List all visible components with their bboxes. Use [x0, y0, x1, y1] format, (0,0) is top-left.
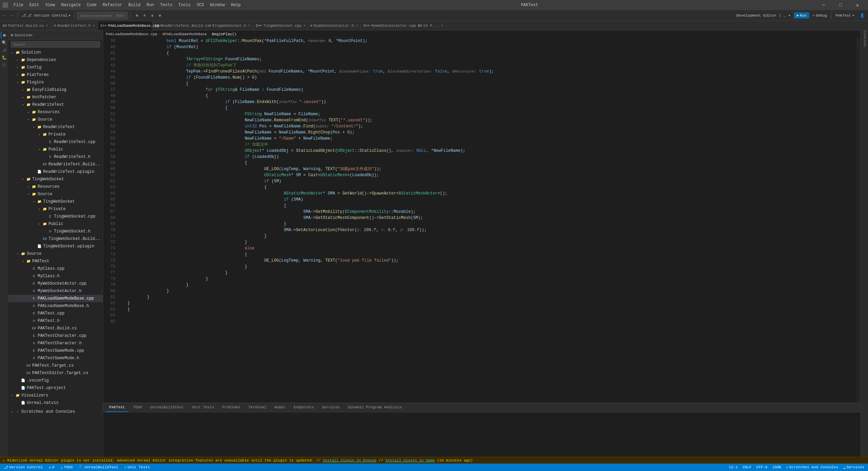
tree-item-mywebsocketactor-cpp[interactable]: C MyWebSocketActor.cpp — [8, 280, 103, 287]
tree-item-tingwebsocket[interactable]: 📁 TingWebSocket — [8, 176, 103, 183]
tree-item-unreal-natvis[interactable]: 📄 Unreal.natvis — [8, 399, 103, 407]
tab-PAKTest-Build-cs[interactable]: C# PAKTest.Build.cs × — [0, 21, 51, 30]
tree-item-readwritetext-cpp[interactable]: C ReadWriteText.cpp — [8, 138, 103, 146]
install-engine-link[interactable]: Install plugin in Engine — [323, 458, 376, 463]
config-icon-3[interactable]: ⇅ — [149, 13, 156, 18]
maximize-button[interactable]: □ — [833, 0, 848, 10]
tree-item-paktest-h[interactable]: H PAKTest.h — [8, 317, 103, 325]
menu-tools[interactable]: Tools — [176, 2, 193, 8]
bottom-tab-todo[interactable]: TODO — [130, 403, 145, 412]
tree-item-public1[interactable]: 📁 Public — [8, 146, 103, 153]
tab-close-button[interactable]: × — [356, 24, 358, 28]
menu-refactor[interactable]: Refactor — [100, 2, 125, 8]
tab-close-button[interactable]: × — [441, 24, 443, 28]
tree-item-paktest-uproject[interactable]: 📄 PAKTest.uproject — [8, 384, 103, 392]
breadcrumb-file[interactable]: PAKLoadGameModeBase.cpp — [106, 32, 157, 36]
version-control-button[interactable]: ⎇ ⎇ Version Control ▾ — [20, 13, 73, 18]
bottom-tab-unit-tests[interactable]: Unit Tests — [189, 403, 218, 412]
tree-item-resources2[interactable]: 📁 Resources — [8, 183, 103, 190]
tree-item-private2[interactable]: 📁 Private — [8, 205, 103, 213]
tab-MyWebSocketActor-h[interactable]: H MyWebSocketActor.h × — [308, 21, 361, 30]
tab-MyWebSocketActor-cpp[interactable]: C++ MyWebSocketActor.cpp × — [361, 21, 415, 30]
tree-item-tingwebsocket-h[interactable]: H TingWebSocket.h — [8, 228, 103, 235]
tree-item-paktestgamemode-cpp[interactable]: C PAKTestGameMode.cpp — [8, 347, 103, 354]
tree-item-paktestcharacter-cpp[interactable]: C PAKTestCharacter.cpp — [8, 332, 103, 340]
status-scratches[interactable]: ⚡ Scratches and Consoles — [785, 465, 840, 470]
run-button[interactable]: ▶ Run — [794, 12, 809, 19]
menu-file[interactable]: File — [11, 2, 26, 8]
status-services[interactable]: ☁ Services — [842, 465, 865, 470]
status-unit-tests[interactable]: ✓ Unit Tests — [123, 465, 151, 470]
tree-item-readwritetext2[interactable]: 📁 ReadWriteText — [8, 123, 103, 131]
code-editor[interactable]: bool MountRet = UFIIPakHelper::MountPak(… — [125, 38, 856, 403]
tree-item-config[interactable]: 📁 Config — [8, 64, 103, 71]
tree-item-solution[interactable]: 📁 Solution — [8, 49, 103, 56]
tree-item-readwritetext-uplugin[interactable]: 📄 ReadWriteText.uplugin — [8, 168, 103, 176]
config-icon-4[interactable]: ⚙ — [157, 13, 163, 18]
close-button[interactable]: ✕ — [850, 0, 865, 10]
tree-item-paktestcharacter-h[interactable]: H PAKTestCharacter.h — [8, 340, 103, 347]
tree-item-visualizers[interactable]: 📁 Visualizers — [8, 392, 103, 399]
git-icon[interactable]: ⎇ — [1, 47, 7, 54]
menu-window[interactable]: Window — [208, 2, 228, 8]
tree-item-private1[interactable]: 📁 Private — [8, 131, 103, 138]
status-encoding[interactable]: UTF-8 — [755, 465, 768, 470]
tab-PAKLoadGameModeBase-cpp[interactable]: C++ PAKLoadGameModeBase.cpp × — [98, 21, 152, 30]
status-crlf[interactable]: CRLF — [742, 465, 752, 470]
tree-item-paktest-build-cs[interactable]: C# PAKTest.Build.cs — [8, 325, 103, 332]
user-button[interactable]: 👤 — [858, 13, 867, 18]
status-version-control[interactable]: ⎇ Version Control — [3, 465, 44, 470]
profile-selector[interactable]: Development Editor | Wi... ▾ — [734, 13, 793, 18]
back-button[interactable]: ← — [1, 13, 8, 18]
tree-item-source-root[interactable]: 📁 Source — [8, 250, 103, 258]
install-game-link[interactable]: Install plugin in Game — [386, 458, 435, 463]
tree-item-paktest-target-cs[interactable]: C# PAKTest.Target.cs — [8, 362, 103, 369]
tree-item-paktested-target-cs[interactable]: C# PAKTestEditor.Target.cs — [8, 369, 103, 377]
extensions-icon[interactable]: ⬡ — [1, 62, 7, 68]
tree-item-scratches[interactable]: ⚡ Scratches and Consoles — [8, 408, 103, 415]
tree-item-platforms[interactable]: 📁 Platforms — [8, 71, 103, 79]
status-errors[interactable]: ✕ 0 — [48, 465, 55, 470]
tab-close-button[interactable]: × — [303, 24, 305, 28]
minimize-button[interactable]: ─ — [816, 0, 831, 10]
tree-item-source2[interactable]: 📁 Source — [8, 190, 103, 198]
search-icon[interactable]: 🔍 — [1, 39, 7, 46]
tree-item-dependencies[interactable]: 📁 Dependencies — [8, 56, 103, 64]
breadcrumb-method[interactable]: BeginPlay() — [212, 32, 237, 36]
menu-run[interactable]: Run — [144, 2, 157, 8]
menu-help[interactable]: Help — [228, 2, 243, 8]
menu-build[interactable]: Build — [125, 2, 143, 8]
status-line-col[interactable]: 12:1 — [728, 465, 738, 470]
breadcrumb-class[interactable]: APAKLoadGameModeBase — [162, 32, 207, 36]
tree-item-vsconfig[interactable]: 📄 .vsconfig — [8, 377, 103, 384]
status-todo[interactable]: ⚠ TODO — [59, 465, 74, 470]
tree-item-easyfiledialog[interactable]: 📁 EasyFileDialog — [8, 86, 103, 94]
menu-vcs[interactable]: VCS — [194, 2, 207, 8]
config-icon-2[interactable]: ≡ — [141, 13, 148, 18]
bottom-content[interactable] — [103, 412, 861, 457]
tree-item-hotpatcher[interactable]: 📁 HotPatcher — [8, 94, 103, 101]
tab-cs-pref[interactable]: C# C# P... × — [415, 21, 446, 30]
tab-ReadWriteText-h[interactable]: H ReadWriteText.h × — [51, 21, 98, 30]
tab-ReadWriteText-Build-cs[interactable]: C# ReadWriteText.Build.cs × — [152, 21, 206, 30]
bottom-tab-unreal-build-tool[interactable]: UnrealBuildTool — [147, 403, 187, 412]
debug-button[interactable]: ⚡ Debug — [811, 13, 829, 18]
tab-TingWebSocket-h[interactable]: H TingWebSocket.h × — [206, 21, 253, 30]
bottom-tab-nuget[interactable]: NuGet — [271, 403, 289, 412]
tree-item-plugins[interactable]: 📁 Plugins — [8, 79, 103, 86]
project-selector[interactable]: PAKTest ▾ — [833, 13, 856, 18]
tab-TingWebSocket-cpp[interactable]: C++ TingWebSocket.cpp × — [253, 21, 308, 30]
menu-navigate[interactable]: Navigate — [58, 2, 83, 8]
tree-item-tingwebsocket-build-cs[interactable]: C# TingWebSocket.Build.cs — [8, 235, 103, 243]
tab-close-button[interactable]: × — [46, 24, 48, 28]
tree-item-paktest-folder[interactable]: 📁 PAKTest — [8, 258, 103, 265]
tree-item-mywebsocketactor-h[interactable]: H MyWebSocketActor.h — [8, 287, 103, 295]
tree-item-tingwebsocket2[interactable]: 📁 TingWebSocket — [8, 198, 103, 205]
sidebar-search-input[interactable] — [11, 41, 100, 47]
status-indent[interactable]: JSON — [771, 465, 782, 470]
tree-item-paktestgamemode-h[interactable]: H PAKTestGameMode.h — [8, 354, 103, 362]
tree-item-readwritetext[interactable]: 📁 ReadWriteText — [8, 101, 103, 108]
tree-item-source1[interactable]: 📁 Source — [8, 116, 103, 123]
tree-item-readwritetext-build-cs[interactable]: C# ReadWriteText.Build.cs — [8, 161, 103, 168]
bottom-tab-endpoints[interactable]: Endpoints — [290, 403, 317, 412]
